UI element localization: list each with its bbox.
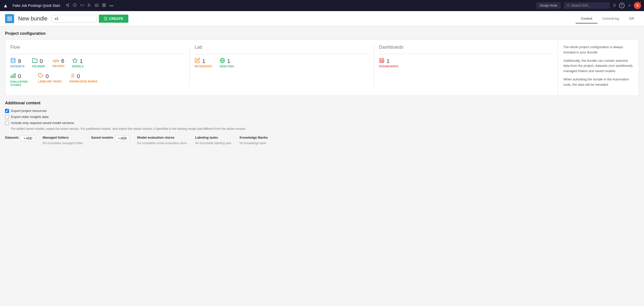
dashboards-stats: 1 DASHBOARDS [379, 58, 553, 68]
saved-models-title: Saved models [91, 136, 113, 139]
additional-content: Additional content Export project resour… [5, 101, 639, 131]
create-icon [104, 17, 107, 20]
apps-grid-icon[interactable]: ⠿ [613, 3, 616, 8]
svg-rect-10 [104, 6, 105, 7]
inbox-icon[interactable] [95, 3, 99, 8]
svg-point-19 [11, 58, 15, 60]
dashboards-icon [379, 58, 385, 65]
checkbox-export-insights: Export static insights data [5, 115, 639, 119]
stat-analyses: 1 ANALYSES [220, 58, 234, 68]
config-info-p2: Additionally, the bundle can contain sel… [563, 58, 634, 74]
svg-rect-14 [10, 17, 12, 18]
labeling-number: 0 [46, 73, 49, 80]
knowledge-banks-empty: No knowledge bank. [240, 141, 268, 145]
managed-folders-section: Managed folders No includable managed fo… [43, 136, 83, 145]
models-icon [72, 58, 78, 65]
version-input[interactable] [51, 15, 97, 22]
svg-line-4 [67, 4, 68, 5]
models-number: 1 [80, 58, 83, 65]
saved-models-section: Saved models + ADD [91, 136, 129, 145]
svg-point-2 [68, 6, 69, 7]
notebooks-number: 1 [202, 58, 205, 65]
svg-point-1 [66, 5, 67, 6]
tab-diff[interactable]: Diff [624, 14, 639, 23]
stat-notebooks: 1 NOTEBOOKS [195, 58, 212, 68]
stat-knowledge-banks: 0 KNOWLEDGE BANKS [69, 73, 98, 87]
code-icon[interactable] [80, 3, 84, 8]
svg-rect-13 [8, 17, 9, 18]
create-button[interactable]: CREATE [99, 15, 128, 23]
project-config-title: Project configuration [5, 31, 639, 36]
saved-models-add-button[interactable]: + ADD [115, 136, 130, 141]
export-resources-checkbox[interactable] [5, 109, 9, 113]
recipes-label: RECIPES [53, 65, 65, 68]
tab-content[interactable]: Content [576, 14, 597, 23]
stat-dashboards: 1 DASHBOARDS [379, 58, 398, 68]
page-title: New bundle [18, 15, 47, 22]
search-placeholder: Search DSS... [571, 4, 591, 7]
svg-rect-33 [380, 58, 384, 63]
checkbox-required-models: Include only required saved model versio… [5, 121, 639, 125]
svg-rect-8 [104, 4, 105, 5]
flow-divider [10, 54, 184, 54]
config-info-p1: The whole project configuration is alway… [563, 45, 634, 55]
svg-rect-15 [8, 19, 9, 20]
datasets-section: Datasets + ADD [5, 136, 35, 145]
eval-stores-icon [10, 73, 16, 80]
labeling-tasks-empty: No includable labeling task. [195, 141, 232, 145]
required-models-checkbox[interactable] [5, 121, 9, 125]
design-node-button[interactable]: Design Node [537, 3, 561, 9]
analyses-icon [220, 58, 225, 65]
datasets-section-title: Datasets [5, 136, 19, 139]
right-icons: ⠿ ? ↗ S [613, 2, 641, 9]
datasets-add-button[interactable]: + ADD [21, 136, 35, 141]
model-eval-stores-section: Model evaluation stores No includable mo… [137, 136, 188, 145]
user-avatar[interactable]: S [634, 2, 641, 9]
logo-icon: ▲ [3, 3, 8, 9]
header-bar: New bundle CREATE Content Commit log Dif… [0, 11, 644, 26]
required-models-label: Include only required saved model versio… [11, 121, 74, 125]
svg-point-0 [68, 4, 69, 5]
svg-line-3 [67, 5, 68, 6]
search-bar[interactable]: Search DSS... [564, 3, 609, 9]
analyses-number: 1 [227, 58, 230, 65]
more-icon[interactable]: ••• [109, 4, 113, 8]
stat-eval-stores: 0 EVALUATION STORES [10, 73, 31, 87]
trend-icon[interactable]: ↗ [628, 3, 631, 8]
lab-section: Lab 1 NOTEBOOKS [189, 45, 369, 87]
knowledge-banks-icon [69, 73, 75, 80]
eval-stores-number: 0 [18, 73, 21, 80]
labeling-tasks-title: Labeling tasks [195, 136, 232, 139]
flow-section: Flow 9 DATASETS [10, 45, 184, 87]
export-resources-label: Export project resources [11, 109, 47, 113]
help-icon[interactable]: ? [619, 3, 625, 8]
svg-rect-7 [103, 4, 104, 5]
dashboard-icon[interactable] [102, 3, 106, 8]
search-icon [567, 4, 570, 7]
knowledge-banks-section-title: Knowledge Banks [240, 136, 268, 139]
export-insights-label: Export static insights data [11, 115, 48, 119]
labeling-icon [38, 73, 44, 80]
knowledge-banks-section: Knowledge Banks No knowledge bank. [240, 136, 268, 145]
dashboards-divider [379, 54, 553, 54]
config-info-p3: When activating the bundle in the Automa… [563, 77, 634, 87]
lab-divider [195, 54, 369, 54]
dashboards-title: Dashboards [379, 45, 553, 50]
config-left: Flow 9 DATASETS [5, 40, 558, 96]
share-icon[interactable] [66, 3, 69, 8]
svg-marker-6 [88, 4, 91, 7]
project-config-card: Flow 9 DATASETS [5, 39, 639, 96]
folders-number: 0 [40, 58, 43, 65]
config-info: The whole project configuration is alway… [558, 40, 639, 96]
project-title: Fake Job Postings Quick Start [13, 4, 60, 8]
export-insights-checkbox[interactable] [5, 115, 9, 119]
main-content: Project configuration Flow [0, 26, 644, 150]
knowledge-banks-number: 0 [77, 73, 80, 80]
stat-labeling: 0 LABELING TASKS [38, 73, 62, 87]
folders-label: FOLDERS [32, 65, 45, 68]
play-icon[interactable] [87, 3, 91, 8]
svg-rect-21 [15, 74, 16, 78]
tab-commit-log[interactable]: Commit log [597, 14, 624, 23]
config-sections: Flow 9 DATASETS [10, 45, 553, 87]
circle-icon[interactable] [73, 3, 77, 8]
